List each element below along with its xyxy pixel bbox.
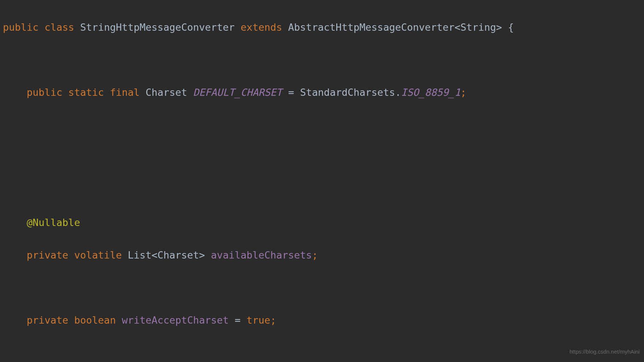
field-write-accept-charset: writeAcceptCharset — [122, 314, 229, 326]
class-name: StringHttpMessageConverter — [80, 22, 235, 33]
code-line — [3, 280, 644, 296]
kw-public: public — [3, 22, 39, 33]
code-line — [3, 117, 644, 133]
watermark: https://blog.csdn.net/myhAini — [569, 344, 640, 360]
code-line: private volatile List<Charset> available… — [3, 247, 644, 264]
code-line: @Nullable — [3, 215, 644, 231]
field-available-charsets: availableCharsets — [211, 249, 312, 261]
code-line — [3, 345, 644, 361]
const-default-charset: DEFAULT_CHARSET — [193, 87, 282, 98]
kw-extends: extends — [240, 22, 282, 33]
generic-type: String — [461, 22, 496, 33]
annotation-nullable: @Nullable — [27, 217, 80, 228]
code-line: public static final Charset DEFAULT_CHAR… — [3, 84, 644, 101]
code-line — [3, 150, 644, 166]
code-editor[interactable]: public class StringHttpMessageConverter … — [0, 0, 644, 362]
const-iso: ISO_8859_1 — [401, 87, 461, 98]
superclass: AbstractHttpMessageConverter — [288, 22, 454, 33]
code-line: private boolean writeAcceptCharset = tru… — [3, 312, 644, 329]
code-line — [3, 52, 644, 68]
code-line: public class StringHttpMessageConverter … — [3, 19, 644, 36]
kw-class: class — [45, 22, 74, 33]
code-line — [3, 182, 644, 199]
